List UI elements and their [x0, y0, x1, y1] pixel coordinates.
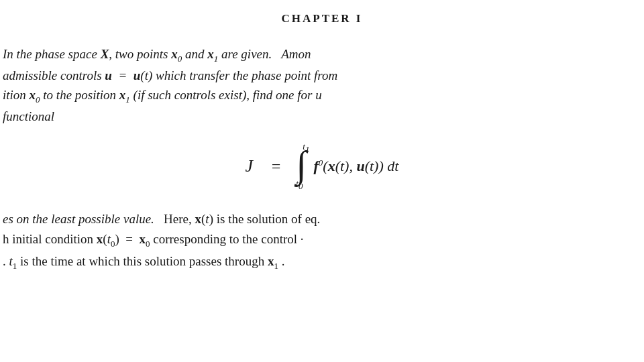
bottom-line-3: . t1 is the time at which this solution …: [3, 251, 644, 274]
chapter-title: CHAPTER I: [0, 12, 644, 25]
intro-text-block: In the phase space X, two points x0 and …: [0, 44, 644, 127]
lower-limit: t0: [296, 178, 303, 192]
integral-group: t1 ∫ t0 f0(x(t), u(t)) dt: [293, 139, 398, 194]
math-J: J: [246, 156, 254, 176]
intro-line-2: admissible controls u = u(t) which trans…: [3, 66, 644, 85]
intro-line-3: ition x0 to the position x1 (if such con…: [3, 85, 644, 107]
bottom-line-1: es on the least possible value. Here, x(…: [3, 209, 644, 229]
integrand: f0(x(t), u(t)) dt: [313, 158, 398, 175]
intro-line-4: functional: [3, 107, 644, 126]
bottom-line-2: h initial condition x(t0) = x0 correspon…: [3, 229, 644, 251]
integral-with-limits: t1 ∫ t0: [293, 139, 309, 194]
math-equals: =: [270, 158, 281, 176]
page: CHAPTER I In the phase space X, two poin…: [0, 0, 644, 362]
math-formula: J = t1 ∫ t0 f0(x(t), u(t)) dt: [0, 139, 644, 194]
upper-limit: t1: [303, 141, 309, 155]
intro-line-1: In the phase space X, two points x0 and …: [3, 44, 644, 66]
bottom-text-block: es on the least possible value. Here, x(…: [0, 209, 644, 274]
